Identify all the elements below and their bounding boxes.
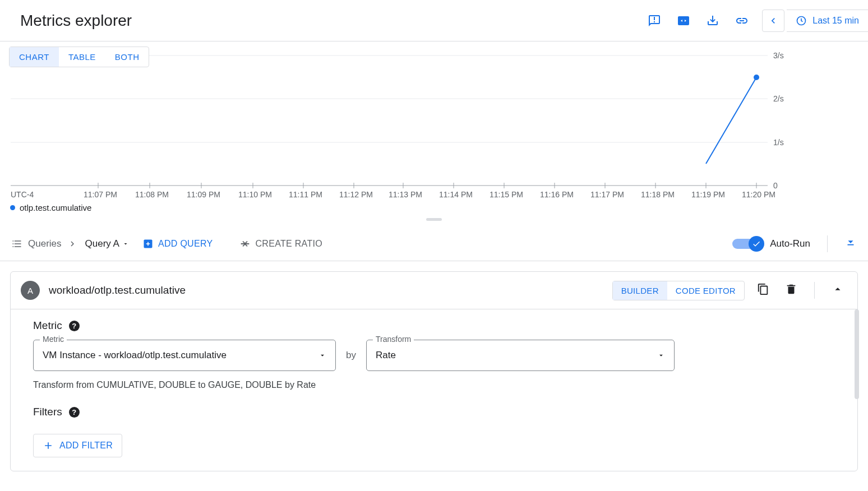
svg-text:11:16 PM: 11:16 PM xyxy=(540,190,574,198)
by-text: by xyxy=(346,350,356,361)
svg-text:11:12 PM: 11:12 PM xyxy=(339,190,373,198)
query-selector[interactable]: Query A xyxy=(85,238,129,249)
svg-rect-39 xyxy=(848,244,854,245)
expand-all-button[interactable] xyxy=(844,237,857,251)
tab-both[interactable]: BOTH xyxy=(105,47,149,67)
collapse-button[interactable] xyxy=(762,10,784,32)
svg-text:11:18 PM: 11:18 PM xyxy=(641,190,675,198)
duplicate-button[interactable] xyxy=(754,280,773,301)
data-point xyxy=(754,75,759,80)
query-panel: A workload/otlp.test.cumulative BUILDER … xyxy=(10,271,858,471)
caret-down-icon xyxy=(318,351,326,359)
svg-text:11:20 PM: 11:20 PM xyxy=(742,190,775,198)
list-icon xyxy=(11,238,22,249)
mode-toggle: BUILDER CODE EDITOR xyxy=(612,281,745,300)
auto-run-label: Auto-Run xyxy=(770,238,810,249)
add-query-button[interactable]: ADD QUERY xyxy=(142,238,213,249)
query-title: workload/otlp.test.cumulative xyxy=(49,284,603,297)
filters-section-label: Filters xyxy=(33,406,62,418)
metric-field-label: Metric xyxy=(40,335,67,344)
svg-text:0: 0 xyxy=(773,181,778,190)
scrollbar-thumb[interactable] xyxy=(855,309,859,399)
builder-mode-button[interactable]: BUILDER xyxy=(613,281,667,300)
auto-run-toggle[interactable] xyxy=(732,239,763,249)
svg-text:11:13 PM: 11:13 PM xyxy=(389,190,422,198)
svg-text:11:09 PM: 11:09 PM xyxy=(187,190,220,198)
legend-dot-icon xyxy=(10,205,15,210)
svg-text:2/s: 2/s xyxy=(773,94,784,103)
expand-down-icon xyxy=(844,237,857,249)
query-badge: A xyxy=(21,281,40,300)
svg-text:11:10 PM: 11:10 PM xyxy=(238,190,272,198)
code-icon[interactable] xyxy=(670,7,697,34)
time-range-button[interactable]: Last 15 min xyxy=(787,10,868,32)
svg-text:11:07 PM: 11:07 PM xyxy=(84,190,117,198)
create-ratio-button[interactable]: CREATE RATIO xyxy=(239,238,322,250)
svg-text:11:14 PM: 11:14 PM xyxy=(439,190,473,198)
download-icon[interactable] xyxy=(699,7,726,34)
collapse-panel-button[interactable] xyxy=(828,280,847,301)
add-filter-button[interactable]: ADD FILTER xyxy=(33,434,122,457)
help-icon[interactable]: ? xyxy=(69,321,80,331)
time-range-label: Last 15 min xyxy=(812,16,859,26)
tab-chart[interactable]: CHART xyxy=(10,47,59,67)
svg-text:11:11 PM: 11:11 PM xyxy=(289,190,322,198)
transform-field-label: Transform xyxy=(373,335,414,344)
tab-table[interactable]: TABLE xyxy=(59,47,105,67)
series-line xyxy=(706,77,756,164)
caret-down-icon xyxy=(122,240,129,247)
transform-select[interactable]: Rate xyxy=(366,340,675,371)
caret-down-icon xyxy=(657,351,665,359)
resize-handle[interactable] xyxy=(426,218,442,221)
plus-icon xyxy=(43,440,54,451)
svg-text:1/s: 1/s xyxy=(773,138,784,147)
chevron-right-icon xyxy=(67,239,77,249)
svg-text:11:19 PM: 11:19 PM xyxy=(691,190,725,198)
metric-section-label: Metric xyxy=(33,319,62,332)
svg-text:11:15 PM: 11:15 PM xyxy=(490,190,523,198)
chart-legend: otlp.test.cumulative xyxy=(10,201,858,215)
plus-box-icon xyxy=(142,238,154,249)
code-editor-mode-button[interactable]: CODE EDITOR xyxy=(667,281,744,300)
svg-text:3/s: 3/s xyxy=(773,51,784,60)
delete-button[interactable] xyxy=(782,280,801,301)
queries-breadcrumb: Queries xyxy=(11,238,77,249)
metric-select[interactable]: VM Instance - workload/otlp.test.cumulat… xyxy=(33,340,336,371)
legend-series-label: otlp.test.cumulative xyxy=(20,203,91,212)
ratio-icon xyxy=(239,238,251,250)
transform-description: Transform from CUMULATIVE, DOUBLE to GAU… xyxy=(33,380,847,390)
chart-area: 3/s 2/s 1/s 0 UTC-4 11:07 PM 11:08 PM 11… xyxy=(0,41,868,226)
check-icon xyxy=(752,239,761,248)
svg-text:11:08 PM: 11:08 PM xyxy=(135,190,169,198)
svg-text:11:17 PM: 11:17 PM xyxy=(590,190,624,198)
view-tabs: CHART TABLE BOTH xyxy=(9,47,149,67)
page-title: Metrics explorer xyxy=(20,12,132,30)
link-icon[interactable] xyxy=(728,7,755,34)
svg-text:UTC-4: UTC-4 xyxy=(11,190,34,198)
help-icon[interactable]: ? xyxy=(69,407,80,418)
feedback-icon[interactable] xyxy=(641,7,668,34)
